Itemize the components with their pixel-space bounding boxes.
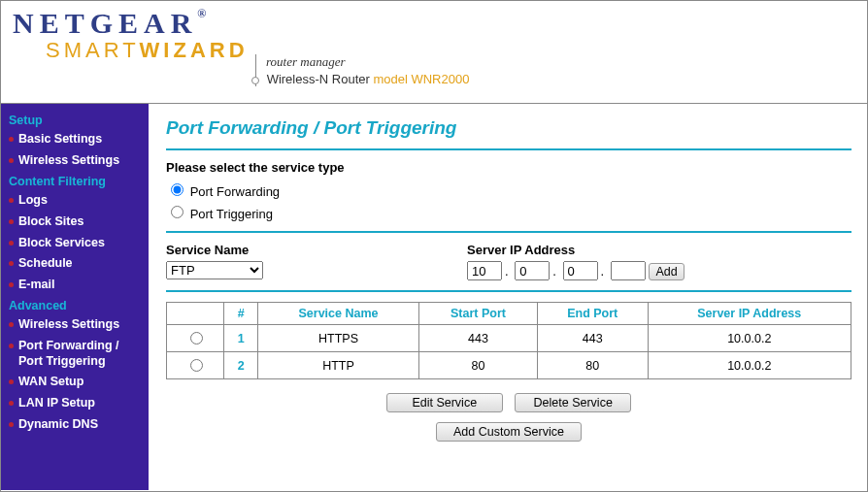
col-num: # bbox=[224, 303, 258, 325]
divider bbox=[166, 290, 851, 292]
radio-port-forwarding[interactable]: Port Forwarding bbox=[166, 184, 280, 199]
radio-port-forwarding-label: Port Forwarding bbox=[190, 184, 280, 199]
sidebar-item-adv-wireless[interactable]: Wireless Settings bbox=[1, 314, 149, 336]
sidebar-item-dynamic-dns[interactable]: Dynamic DNS bbox=[1, 414, 149, 436]
row-ip: 10.0.0.2 bbox=[648, 352, 851, 379]
divider bbox=[166, 148, 851, 150]
row-ip: 10.0.0.2 bbox=[648, 325, 851, 352]
sidebar: Setup Basic Settings Wireless Settings C… bbox=[1, 104, 149, 490]
sidebar-item-wireless-settings[interactable]: Wireless Settings bbox=[1, 150, 149, 172]
table-row: 2 HTTP 80 80 10.0.0.2 bbox=[167, 352, 851, 379]
table-row: 1 HTTPS 443 443 10.0.0.2 bbox=[167, 325, 851, 352]
sidebar-item-schedule[interactable]: Schedule bbox=[1, 253, 149, 275]
row-end: 443 bbox=[537, 325, 648, 352]
radio-port-triggering-label: Port Triggering bbox=[190, 207, 273, 221]
add-custom-service-button[interactable]: Add Custom Service bbox=[436, 422, 582, 442]
server-ip-label: Server IP Address bbox=[467, 243, 684, 257]
radio-port-triggering[interactable]: Port Triggering bbox=[166, 207, 273, 221]
sidebar-item-logs[interactable]: Logs bbox=[1, 190, 149, 212]
router-icon bbox=[251, 77, 259, 84]
divider bbox=[166, 231, 851, 233]
ip-octet-3[interactable] bbox=[563, 261, 598, 280]
sidebar-section-content-filtering: Content Filtering bbox=[1, 171, 149, 190]
col-end: End Port bbox=[537, 303, 648, 325]
radio-port-forwarding-input[interactable] bbox=[171, 183, 184, 196]
sidebar-item-email[interactable]: E-mail bbox=[1, 275, 149, 296]
col-ip: Server IP Address bbox=[648, 303, 851, 325]
sidebar-item-wan-setup[interactable]: WAN Setup bbox=[1, 372, 149, 393]
sidebar-item-basic-settings[interactable]: Basic Settings bbox=[1, 129, 149, 150]
sidebar-item-block-sites[interactable]: Block Sites bbox=[1, 212, 149, 233]
logo-brand: NETGEAR® bbox=[9, 7, 206, 40]
service-name-label: Service Name bbox=[166, 243, 263, 257]
rules-table: # Service Name Start Port End Port Serve… bbox=[166, 302, 851, 379]
row-num: 2 bbox=[224, 352, 258, 379]
col-select bbox=[167, 303, 224, 325]
add-button[interactable]: Add bbox=[649, 263, 684, 280]
service-name-select[interactable]: FTP bbox=[166, 261, 263, 279]
sidebar-section-setup: Setup bbox=[1, 110, 149, 129]
sidebar-item-port-forwarding[interactable]: Port Forwarding / Port Triggering bbox=[1, 336, 149, 372]
sidebar-item-block-services[interactable]: Block Services bbox=[1, 233, 149, 254]
header-subtitle: router manager Wireless-N Router model W… bbox=[255, 54, 469, 86]
row-num: 1 bbox=[224, 325, 258, 352]
col-service: Service Name bbox=[258, 303, 419, 325]
row-select-radio[interactable] bbox=[190, 332, 203, 344]
page-title: Port Forwarding / Port Triggering bbox=[166, 117, 851, 139]
sidebar-section-advanced: Advanced bbox=[1, 295, 149, 314]
edit-service-button[interactable]: Edit Service bbox=[386, 393, 503, 412]
ip-octet-1[interactable] bbox=[467, 261, 502, 280]
row-start: 80 bbox=[418, 352, 537, 379]
service-type-prompt: Please select the service type bbox=[166, 160, 851, 175]
row-select-radio[interactable] bbox=[190, 359, 203, 372]
ip-octet-4[interactable] bbox=[611, 261, 646, 280]
sidebar-item-lan-ip-setup[interactable]: LAN IP Setup bbox=[1, 393, 149, 414]
row-start: 443 bbox=[418, 325, 537, 352]
row-end: 80 bbox=[537, 352, 648, 379]
delete-service-button[interactable]: Delete Service bbox=[515, 393, 631, 412]
row-service: HTTPS bbox=[258, 325, 419, 352]
radio-port-triggering-input[interactable] bbox=[171, 206, 184, 218]
ip-octet-2[interactable] bbox=[515, 261, 550, 280]
col-start: Start Port bbox=[418, 303, 537, 325]
row-service: HTTP bbox=[258, 352, 419, 379]
